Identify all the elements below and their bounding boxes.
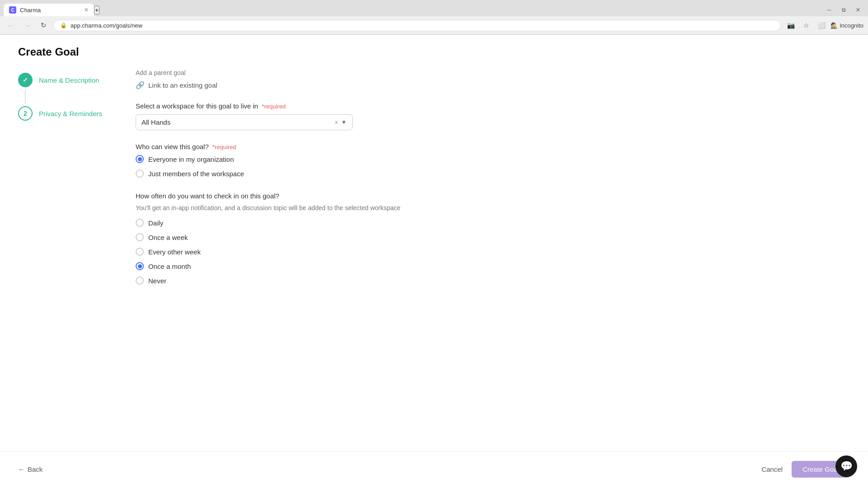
workspace-selected-value: All Hands	[142, 118, 332, 126]
page-header: Create Goal	[0, 35, 868, 66]
privacy-members-option[interactable]: Just members of the workspace	[136, 169, 479, 178]
cancel-button[interactable]: Cancel	[761, 465, 783, 473]
checkin-weekly-radio[interactable]	[136, 233, 144, 241]
bookmark-button[interactable]: ☆	[800, 19, 812, 32]
back-nav-button[interactable]: ←	[5, 19, 17, 32]
chevron-down-icon: ▼	[341, 119, 347, 126]
form-footer: ← Back Cancel Create Goal	[0, 451, 868, 487]
checkin-biweekly-option[interactable]: Every other week	[136, 248, 479, 256]
privacy-radio-group: Everyone in my organization Just members…	[136, 155, 479, 178]
address-bar[interactable]: 🔒 app.charma.com/goals/new	[53, 20, 781, 31]
tab-close-button[interactable]: ✕	[84, 7, 89, 13]
stepper: ✓ Name & Description 2 Privacy & Reminde…	[18, 66, 118, 451]
tab-title: Charma	[20, 7, 41, 14]
workspace-field-label: Select a workspace for this goal to live…	[136, 102, 479, 110]
checkin-description: You'll get an in-app notification, and a…	[136, 204, 479, 211]
checkin-biweekly-label: Every other week	[148, 248, 201, 256]
forward-nav-button[interactable]: →	[21, 19, 33, 32]
checkin-monthly-radio[interactable]	[136, 262, 144, 270]
page-title: Create Goal	[18, 46, 850, 58]
camera-off-icon[interactable]: 📷	[784, 19, 797, 32]
checkin-never-radio[interactable]	[136, 277, 144, 285]
browser-chrome: C Charma ✕ + ─ ⧉ ✕ ← → ↻ 🔒 app.charma.co…	[0, 0, 868, 35]
checkin-section: How often do you want to check in on thi…	[136, 192, 479, 285]
checkin-daily-option[interactable]: Daily	[136, 219, 479, 227]
incognito-icon: 🕵	[830, 22, 838, 29]
lock-icon: 🔒	[60, 22, 67, 28]
tab-bar: C Charma ✕ + ─ ⧉ ✕	[0, 0, 868, 16]
privacy-section: Who can view this goal? *required Everyo…	[136, 143, 479, 178]
checkin-radio-group: Daily Once a week Every other week Once …	[136, 219, 479, 285]
stepper-circle-2: 2	[18, 106, 33, 121]
browser-toolbar: ← → ↻ 🔒 app.charma.com/goals/new 📷 ☆ ⬜ 🕵…	[0, 16, 868, 34]
link-icon: 🔗	[136, 81, 145, 89]
link-existing-goal-button[interactable]: 🔗 Link to an existing goal	[136, 81, 479, 89]
checkin-monthly-label: Once a month	[148, 263, 191, 270]
reload-button[interactable]: ↻	[37, 19, 50, 32]
stepper-label-1: Name & Description	[39, 76, 99, 84]
checkin-daily-label: Daily	[148, 219, 163, 227]
incognito-button[interactable]: 🕵 Incognito	[830, 22, 863, 29]
tab-switcher-button[interactable]: ⬜	[815, 19, 828, 32]
form-content: Add a parent goal 🔗 Link to an existing …	[118, 66, 479, 451]
privacy-field-label: Who can view this goal? *required	[136, 143, 479, 150]
workspace-dropdown[interactable]: All Hands × ▼	[136, 114, 353, 130]
chat-bubble-button[interactable]: 💬	[835, 455, 857, 477]
privacy-members-radio[interactable]	[136, 169, 144, 178]
checkin-biweekly-radio[interactable]	[136, 248, 144, 256]
app-container: Create Goal ✓ Name & Description 2 Priva…	[0, 35, 868, 487]
workspace-required-badge: *required	[262, 103, 286, 110]
stepper-circle-1: ✓	[18, 73, 33, 87]
checkin-monthly-option[interactable]: Once a month	[136, 262, 479, 270]
chat-icon: 💬	[840, 460, 853, 472]
window-controls: ─ ⧉ ✕	[823, 4, 864, 16]
incognito-label: Incognito	[840, 22, 863, 29]
back-button-label: Back	[28, 465, 42, 473]
new-tab-button[interactable]: +	[94, 6, 99, 14]
privacy-required-badge: *required	[212, 144, 236, 150]
checkin-never-option[interactable]: Never	[136, 277, 479, 285]
workspace-section: Select a workspace for this goal to live…	[136, 102, 479, 130]
privacy-everyone-radio[interactable]	[136, 155, 144, 163]
url-text: app.charma.com/goals/new	[71, 22, 142, 29]
tab-favicon: C	[9, 6, 16, 14]
privacy-members-label: Just members of the workspace	[148, 170, 244, 178]
back-button[interactable]: ← Back	[18, 465, 42, 473]
checkin-daily-radio[interactable]	[136, 219, 144, 227]
active-tab: C Charma ✕	[4, 4, 94, 16]
stepper-connector	[25, 90, 26, 103]
privacy-everyone-label: Everyone in my organization	[148, 155, 234, 163]
parent-goal-section: Add a parent goal 🔗 Link to an existing …	[136, 66, 479, 89]
minimize-button[interactable]: ─	[823, 4, 835, 16]
checkin-weekly-option[interactable]: Once a week	[136, 233, 479, 241]
stepper-label-2: Privacy & Reminders	[39, 110, 102, 117]
privacy-everyone-option[interactable]: Everyone in my organization	[136, 155, 479, 163]
parent-goal-label: Add a parent goal	[136, 69, 479, 76]
close-window-button[interactable]: ✕	[852, 4, 864, 16]
checkin-weekly-label: Once a week	[148, 234, 188, 241]
restore-button[interactable]: ⧉	[837, 4, 850, 16]
workspace-clear-button[interactable]: ×	[332, 119, 341, 126]
stepper-item-name-description[interactable]: ✓ Name & Description	[18, 70, 118, 90]
browser-actions: 📷 ☆ ⬜ 🕵 Incognito	[784, 19, 863, 32]
checkin-never-label: Never	[148, 277, 166, 285]
link-existing-goal-label: Link to an existing goal	[148, 81, 217, 89]
back-arrow-icon: ←	[18, 465, 25, 473]
checkin-field-label: How often do you want to check in on thi…	[136, 192, 479, 200]
main-content: ✓ Name & Description 2 Privacy & Reminde…	[0, 66, 868, 451]
stepper-item-privacy-reminders[interactable]: 2 Privacy & Reminders	[18, 103, 118, 123]
